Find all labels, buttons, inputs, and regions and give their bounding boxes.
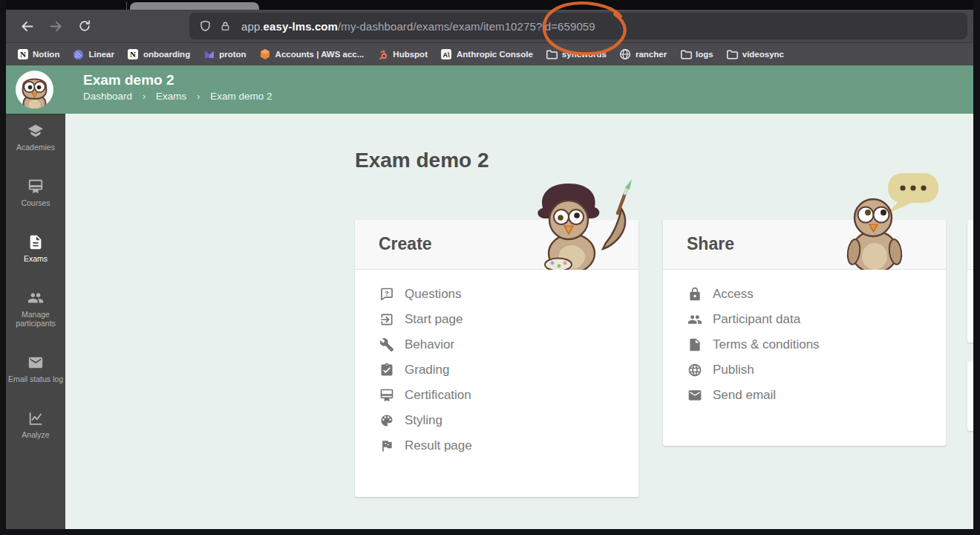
questions-icon: ? (379, 287, 394, 302)
document-icon (687, 337, 702, 352)
bookmark-hubspot[interactable]: Hubspot (376, 48, 428, 61)
participants-icon (27, 290, 44, 306)
sidebar-item-email-status-log[interactable]: Email status log (6, 354, 65, 383)
card-item-send-email[interactable]: Send email (663, 383, 946, 408)
url-bar[interactable]: app.easy-lms.com/my-dashboard/exams/exam… (189, 13, 967, 39)
breadcrumb-current: Exam demo 2 (210, 91, 272, 102)
card-item-styling[interactable]: Styling (355, 408, 638, 433)
grading-check-icon (379, 363, 394, 377)
bookmark-notion[interactable]: N Notion (16, 48, 59, 61)
send-email-icon (687, 388, 702, 403)
exam-heading: Exam demo 2 (355, 149, 489, 172)
globe-icon (619, 48, 632, 61)
exams-icon (27, 234, 44, 250)
wrench-icon (379, 337, 394, 352)
publish-globe-icon (687, 363, 702, 377)
folder-icon (546, 48, 558, 61)
tab-strip (6, 0, 973, 10)
card-item-result-page[interactable]: Result page (355, 433, 638, 458)
flag-icon (379, 438, 394, 453)
reload-icon (77, 19, 92, 33)
analyze-icon (27, 410, 44, 427)
browser-tab[interactable] (130, 2, 259, 10)
bookmark-logs[interactable]: logs (679, 48, 713, 61)
proton-mail-icon (203, 48, 215, 61)
people-icon (687, 312, 702, 327)
svg-text:A\: A\ (443, 51, 450, 59)
lock-icon (687, 287, 702, 302)
clipped-card (967, 220, 973, 343)
breadcrumb-dashboard[interactable]: Dashboard (83, 91, 132, 102)
card-item-grading[interactable]: Grading (355, 357, 638, 383)
linear-icon (72, 48, 85, 61)
academies-icon (27, 123, 44, 139)
back-button[interactable] (18, 17, 36, 35)
notion-icon: N (16, 48, 29, 61)
sidebar-item-courses[interactable]: Courses (6, 178, 65, 207)
clipped-card (967, 362, 973, 431)
breadcrumb-exams[interactable]: Exams (156, 91, 186, 102)
bookmark-syncwords[interactable]: syncwords (546, 48, 607, 61)
folder-icon (679, 48, 692, 61)
card-item-terms-conditions[interactable]: Terms & conditions (663, 332, 946, 357)
bookmarks-bar: N Notion Linear N onboarding proton Acco… (6, 42, 973, 65)
bookmark-onboarding[interactable]: N onboarding (127, 48, 190, 61)
svg-text:?: ? (385, 290, 389, 297)
card-item-access[interactable]: Access (663, 282, 946, 307)
bookmark-linear[interactable]: Linear (72, 48, 114, 61)
main-content: Exam demo 2 (65, 114, 973, 529)
bookmark-proton[interactable]: proton (203, 48, 246, 61)
reload-button[interactable] (76, 17, 94, 35)
easy-lms-owl-logo[interactable] (16, 71, 53, 108)
owl-speech-bubble-illustration (845, 172, 941, 270)
certificate-icon (379, 388, 394, 403)
bookmark-aws-accounts[interactable]: Accounts | AWS acc... (259, 48, 365, 61)
lock-icon[interactable] (219, 20, 232, 33)
bookmark-rancher[interactable]: rancher (619, 48, 667, 61)
bookmark-anthropic-console[interactable]: A\ Anthropic Console (440, 48, 533, 61)
card-item-behavior[interactable]: Behavior (355, 332, 638, 357)
tab-separator (126, 1, 127, 10)
start-page-icon (379, 312, 394, 327)
breadcrumb-separator: › (197, 91, 200, 102)
folder-icon (726, 48, 739, 61)
notion-icon: N (127, 48, 140, 61)
sidebar-item-analyze[interactable]: Analyze (6, 410, 65, 439)
sidebar-item-manage-participants[interactable]: Manage participants (6, 290, 65, 328)
courses-icon (27, 178, 44, 195)
email-icon (27, 354, 44, 371)
owl-painter-illustration (526, 179, 633, 270)
sidebar-item-academies[interactable]: Academies (6, 123, 65, 152)
card-item-certification[interactable]: Certification (355, 383, 638, 408)
card-item-start-page[interactable]: Start page (355, 307, 638, 332)
hubspot-icon (376, 48, 389, 61)
svg-text:N: N (20, 50, 26, 59)
palette-icon (379, 413, 394, 428)
aws-cube-icon (259, 48, 272, 61)
shield-icon[interactable] (198, 19, 212, 33)
sidebar-item-exams[interactable]: Exams (6, 234, 65, 263)
back-arrow-icon (19, 19, 35, 34)
url-text: app.easy-lms.com/my-dashboard/exams/exam… (241, 20, 595, 33)
forward-arrow-icon (48, 19, 64, 34)
svg-text:N: N (130, 50, 136, 59)
app-header: Exam demo 2 Dashboard › Exams › Exam dem… (6, 65, 973, 114)
card-item-participant-data[interactable]: Participant data (663, 307, 946, 332)
breadcrumb-separator: › (143, 91, 146, 102)
anthropic-icon: A\ (440, 48, 453, 61)
page-title: Exam demo 2 (83, 72, 272, 88)
bookmark-videosync[interactable]: videosync (726, 48, 784, 61)
browser-toolbar: app.easy-lms.com/my-dashboard/exams/exam… (6, 10, 973, 42)
forward-button[interactable] (47, 17, 65, 35)
card-item-publish[interactable]: Publish (663, 357, 946, 383)
sidebar: Academies Courses Exams Manage participa… (6, 114, 65, 529)
browser-window: app.easy-lms.com/my-dashboard/exams/exam… (6, 0, 973, 529)
card-item-questions[interactable]: ? Questions (355, 282, 638, 307)
breadcrumb: Dashboard › Exams › Exam demo 2 (83, 91, 272, 102)
